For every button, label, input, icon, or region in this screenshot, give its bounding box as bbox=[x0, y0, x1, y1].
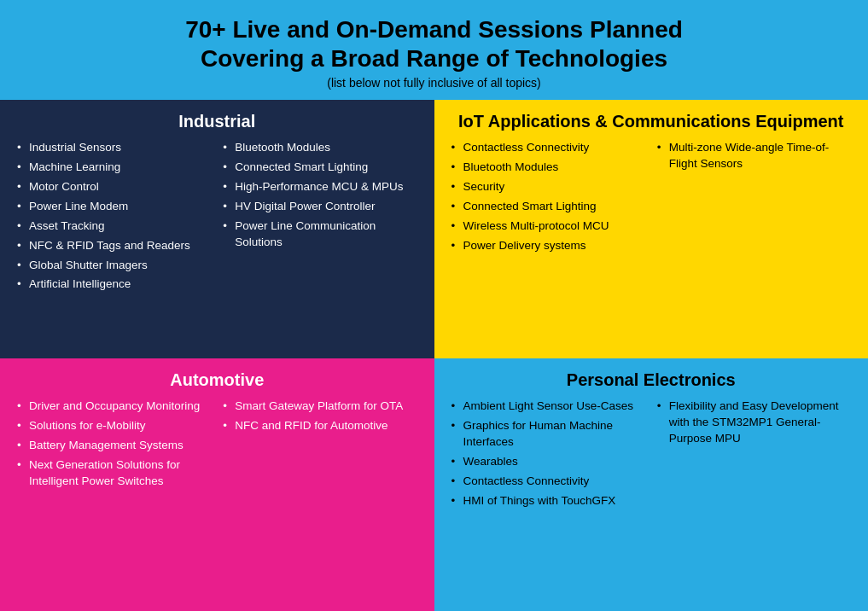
list-item: HV Digital Power Controller bbox=[221, 199, 418, 215]
personal-list2: Flexibility and Easy Development with th… bbox=[655, 399, 853, 447]
industrial-list1: Industrial SensorsMachine LearningMotor … bbox=[15, 140, 213, 293]
header-line1: 70+ Live and On-Demand Sessions Planned bbox=[185, 16, 683, 43]
industrial-list2: Bluetooth ModulesConnected Smart Lightin… bbox=[221, 140, 418, 250]
list-item: Graphics for Human Machine Interfaces bbox=[450, 418, 647, 451]
list-item: Machine Learning bbox=[15, 160, 213, 176]
list-item: Connected Smart Lighting bbox=[450, 199, 647, 215]
list-item: Bluetooth Modules bbox=[221, 140, 418, 156]
automotive-inner: Driver and Occupancy MonitoringSolutions… bbox=[15, 399, 419, 492]
list-item: Contactless Connectivity bbox=[450, 140, 647, 156]
header-line2: Covering a Broad Range of Technologies bbox=[201, 45, 667, 72]
header-title: 70+ Live and On-Demand Sessions Planned … bbox=[17, 15, 851, 73]
list-item: Solutions for e-Mobility bbox=[15, 418, 213, 434]
list-item: Power Line Modem bbox=[15, 199, 213, 215]
personal-title: Personal Electronics bbox=[450, 370, 853, 390]
list-item: High-Performance MCU & MPUs bbox=[221, 179, 418, 195]
list-item: NFC and RFID for Automotive bbox=[221, 418, 418, 434]
industrial-cell: Industrial Industrial SensorsMachine Lea… bbox=[0, 100, 434, 358]
industrial-col2: Bluetooth ModulesConnected Smart Lightin… bbox=[221, 140, 418, 296]
list-item: Battery Management Systems bbox=[15, 438, 213, 454]
header-sub: (list below not fully inclusive of all t… bbox=[17, 76, 851, 90]
personal-cell: Personal Electronics Ambient Light Senso… bbox=[434, 358, 869, 611]
list-item: Next Generation Solutions for Intelligen… bbox=[15, 457, 213, 490]
automotive-list1: Driver and Occupancy MonitoringSolutions… bbox=[15, 399, 213, 489]
automotive-col1: Driver and Occupancy MonitoringSolutions… bbox=[15, 399, 213, 492]
list-item: NFC & RFID Tags and Readers bbox=[15, 238, 213, 254]
list-item: Power Line Communication Solutions bbox=[221, 218, 418, 251]
list-item: Power Delivery systems bbox=[450, 238, 647, 254]
iot-col2: Multi-zone Wide-angle Time-of-Flight Sen… bbox=[655, 140, 853, 257]
industrial-col1: Industrial SensorsMachine LearningMotor … bbox=[15, 140, 213, 296]
iot-title: IoT Applications & Communications Equipm… bbox=[450, 112, 853, 131]
personal-inner: Ambient Light Sensor Use-CasesGraphics f… bbox=[450, 399, 853, 512]
list-item: Wireless Multi-protocol MCU bbox=[450, 218, 647, 235]
iot-col1: Contactless ConnectivityBluetooth Module… bbox=[450, 140, 647, 257]
personal-col2: Flexibility and Easy Development with th… bbox=[655, 399, 853, 512]
list-item: Smart Gateway Platform for OTA bbox=[221, 399, 418, 415]
automotive-title: Automotive bbox=[15, 370, 419, 390]
industrial-title: Industrial bbox=[15, 112, 419, 131]
list-item: Global Shutter Imagers bbox=[15, 258, 213, 274]
list-item: Wearables bbox=[450, 454, 647, 470]
iot-inner: Contactless ConnectivityBluetooth Module… bbox=[450, 140, 853, 257]
list-item: HMI of Things with TouchGFX bbox=[450, 493, 647, 509]
list-item: Contactless Connectivity bbox=[450, 474, 647, 490]
iot-list1: Contactless ConnectivityBluetooth Module… bbox=[450, 140, 647, 253]
industrial-inner: Industrial SensorsMachine LearningMotor … bbox=[15, 140, 419, 296]
list-item: Multi-zone Wide-angle Time-of-Flight Sen… bbox=[655, 140, 853, 172]
list-item: Security bbox=[450, 179, 647, 195]
personal-list1: Ambient Light Sensor Use-CasesGraphics f… bbox=[450, 399, 647, 509]
automotive-list2: Smart Gateway Platform for OTANFC and RF… bbox=[221, 399, 418, 434]
personal-col1: Ambient Light Sensor Use-CasesGraphics f… bbox=[450, 399, 647, 512]
list-item: Ambient Light Sensor Use-Cases bbox=[450, 399, 647, 415]
header: 70+ Live and On-Demand Sessions Planned … bbox=[0, 0, 868, 100]
iot-list2: Multi-zone Wide-angle Time-of-Flight Sen… bbox=[655, 140, 853, 172]
list-item: Connected Smart Lighting bbox=[221, 160, 418, 176]
list-item: Driver and Occupancy Monitoring bbox=[15, 399, 213, 415]
list-item: Asset Tracking bbox=[15, 218, 213, 235]
list-item: Flexibility and Easy Development with th… bbox=[655, 399, 853, 447]
list-item: Industrial Sensors bbox=[15, 140, 213, 156]
list-item: Bluetooth Modules bbox=[450, 160, 647, 176]
iot-cell: IoT Applications & Communications Equipm… bbox=[434, 100, 869, 358]
automotive-cell: Automotive Driver and Occupancy Monitori… bbox=[0, 358, 434, 611]
automotive-col2: Smart Gateway Platform for OTANFC and RF… bbox=[221, 399, 418, 492]
list-item: Motor Control bbox=[15, 179, 213, 195]
list-item: Artificial Intelligence bbox=[15, 276, 213, 293]
content-grid: Industrial Industrial SensorsMachine Lea… bbox=[0, 100, 868, 611]
